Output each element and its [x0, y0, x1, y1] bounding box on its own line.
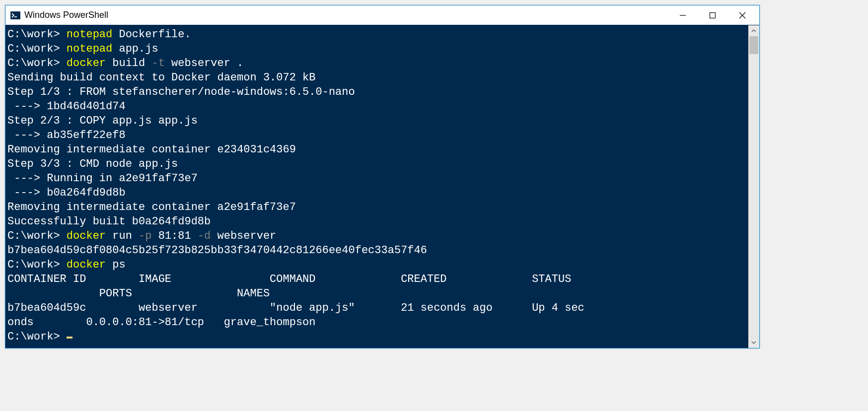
terminal-segment: run — [112, 230, 139, 242]
svg-rect-1 — [710, 12, 716, 18]
maximize-button[interactable] — [698, 5, 727, 25]
terminal-line: CONTAINER ID IMAGE COMMAND CREATED STATU… — [7, 272, 748, 286]
terminal-segment: ---> b0a264fd9d8b — [7, 187, 126, 199]
terminal-line: Sending build context to Docker daemon 3… — [7, 70, 748, 85]
terminal-segment: C:\work> — [7, 259, 67, 271]
terminal-line: ---> Running in a2e91faf73e7 — [7, 171, 748, 186]
terminal-line: PORTS NAMES — [7, 286, 748, 301]
terminal-line: C:\work> docker ps — [7, 258, 748, 272]
terminal-line: b7bea604d59c webserver "node app.js" 21 … — [7, 301, 748, 315]
svg-rect-0 — [10, 11, 20, 19]
terminal-line: C:\work> notepad app.js — [7, 42, 748, 56]
terminal-segment: app.js — [119, 43, 158, 55]
window-controls — [668, 5, 757, 25]
scroll-track[interactable] — [748, 36, 759, 337]
powershell-icon — [10, 10, 20, 20]
terminal-segment: -t — [151, 57, 164, 69]
terminal-segment: C:\work> — [7, 43, 67, 55]
scroll-down-arrow[interactable] — [748, 337, 759, 348]
scroll-up-arrow[interactable] — [748, 25, 759, 36]
terminal-segment: C:\work> — [7, 331, 67, 343]
terminal-segment: ---> 1bd46d401d74 — [7, 100, 126, 113]
terminal-segment: webserver — [211, 230, 276, 242]
cursor — [67, 337, 72, 339]
terminal-segment: docker — [67, 259, 112, 271]
terminal-output[interactable]: C:\work> notepad Dockerfile.C:\work> not… — [5, 25, 748, 348]
terminal-line: b7bea604d59c8f0804c5b25f723b825bb33f3470… — [7, 243, 748, 258]
terminal-line: C:\work> docker run -p 81:81 -d webserve… — [7, 229, 748, 243]
terminal-segment: PORTS NAMES — [7, 287, 270, 300]
terminal-segment: Removing intermediate container e234031c… — [7, 143, 296, 156]
close-button[interactable] — [727, 5, 757, 25]
terminal-line: ---> b0a264fd9d8b — [7, 186, 748, 200]
scroll-thumb[interactable] — [749, 36, 758, 54]
terminal-segment: 81:81 — [151, 230, 197, 242]
terminal-line: Removing intermediate container e234031c… — [7, 142, 748, 157]
terminal-line: Removing intermediate container a2e91faf… — [7, 200, 748, 214]
terminal-segment: Step 1/3 : FROM stefanscherer/node-windo… — [7, 86, 355, 98]
terminal-segment: notepad — [67, 43, 119, 55]
terminal-line: ---> 1bd46d401d74 — [7, 99, 748, 114]
terminal-segment: C:\work> — [7, 57, 67, 69]
terminal-wrap: C:\work> notepad Dockerfile.C:\work> not… — [5, 25, 759, 348]
terminal-segment: ---> ab35eff22ef8 — [7, 129, 126, 141]
terminal-line: C:\work> — [7, 330, 748, 344]
terminal-segment: b7bea604d59c webserver "node app.js" 21 … — [7, 302, 584, 314]
terminal-segment: CONTAINER ID IMAGE COMMAND CREATED STATU… — [7, 273, 571, 285]
terminal-segment: Successfully built b0a264fd9d8b — [7, 215, 211, 228]
terminal-segment: docker — [67, 57, 112, 69]
terminal-line: Step 1/3 : FROM stefanscherer/node-windo… — [7, 85, 748, 99]
terminal-segment: ps — [112, 259, 125, 271]
terminal-line: C:\work> notepad Dockerfile. — [7, 27, 748, 42]
terminal-segment: b7bea604d59c8f0804c5b25f723b825bb33f3470… — [7, 244, 427, 257]
terminal-segment: notepad — [67, 28, 119, 41]
terminal-segment: ---> Running in a2e91faf73e7 — [7, 172, 198, 185]
terminal-segment: webserver . — [165, 57, 243, 69]
terminal-segment: Step 2/3 : COPY app.js app.js — [7, 115, 198, 127]
terminal-segment: Sending build context to Docker daemon 3… — [7, 71, 316, 84]
terminal-segment: C:\work> — [7, 28, 67, 41]
titlebar[interactable]: Windows PowerShell — [5, 5, 759, 25]
terminal-line: Step 3/3 : CMD node app.js — [7, 157, 748, 171]
terminal-segment: -p — [139, 230, 151, 242]
terminal-segment: docker — [67, 230, 112, 242]
terminal-line: Successfully built b0a264fd9d8b — [7, 214, 748, 229]
terminal-segment: Step 3/3 : CMD node app.js — [7, 158, 178, 170]
terminal-line: onds 0.0.0.0:81->81/tcp grave_thompson — [7, 315, 748, 330]
powershell-window: Windows PowerShell C:\work> notepad Dock… — [5, 5, 760, 348]
window-title: Windows PowerShell — [24, 10, 668, 20]
terminal-segment: Removing intermediate container a2e91faf… — [7, 201, 296, 213]
terminal-segment: C:\work> — [7, 230, 67, 242]
terminal-line: Step 2/3 : COPY app.js app.js — [7, 114, 748, 128]
terminal-segment: Dockerfile. — [119, 28, 191, 41]
vertical-scrollbar[interactable] — [748, 25, 759, 348]
terminal-segment: -d — [198, 230, 211, 242]
terminal-segment: onds 0.0.0.0:81->81/tcp grave_thompson — [7, 316, 316, 329]
minimize-button[interactable] — [668, 5, 698, 25]
terminal-segment: build — [112, 57, 151, 69]
terminal-line: C:\work> docker build -t webserver . — [7, 56, 748, 70]
terminal-line: ---> ab35eff22ef8 — [7, 128, 748, 142]
